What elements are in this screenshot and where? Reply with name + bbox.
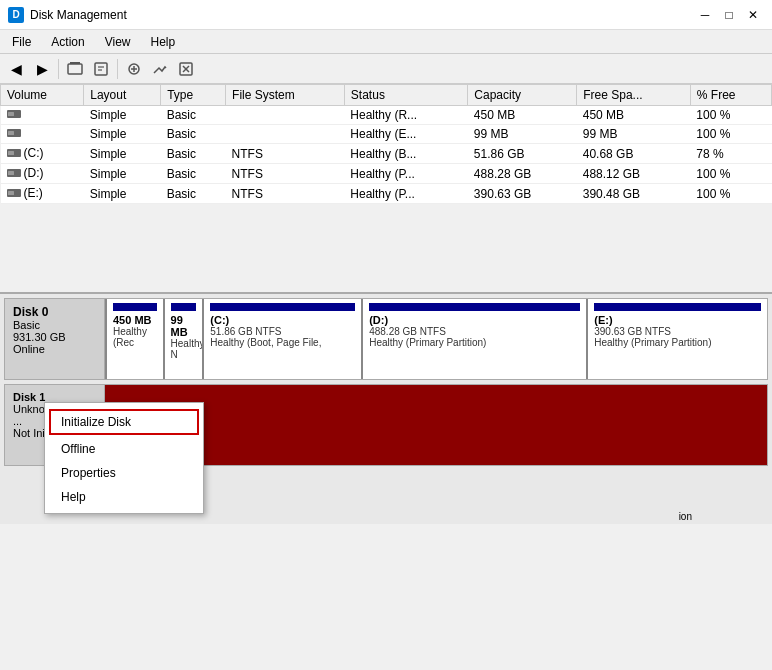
menu-file[interactable]: File <box>4 33 39 51</box>
cell-pct: 100 % <box>690 106 771 125</box>
table-row[interactable]: (C:) Simple Basic NTFS Healthy (B... 51.… <box>1 144 772 164</box>
disk0-part1-name: 99 MB <box>171 314 197 338</box>
col-filesystem: File System <box>226 85 345 106</box>
disk0-part0[interactable]: 450 MB Healthy (Rec <box>105 299 165 379</box>
close-button[interactable]: ✕ <box>742 4 764 26</box>
disk0-part4-name: (E:) <box>594 314 761 326</box>
toolbar-btn-2[interactable] <box>89 57 113 81</box>
context-menu-properties[interactable]: Properties <box>45 461 203 485</box>
svg-rect-0 <box>68 64 82 74</box>
disk1-name: Disk 1 <box>13 391 45 403</box>
disk0-part1-header <box>171 303 197 311</box>
volume-table: Volume Layout Type File System Status Ca… <box>0 84 772 204</box>
window-controls: ─ □ ✕ <box>694 4 764 26</box>
toolbar-btn-4[interactable] <box>148 57 172 81</box>
minimize-button[interactable]: ─ <box>694 4 716 26</box>
cell-layout: Simple <box>84 164 161 184</box>
cell-type: Basic <box>161 125 226 144</box>
toolbar-btn-3[interactable] <box>122 57 146 81</box>
disk0-part2-size: 51.86 GB NTFS <box>210 326 355 337</box>
disk0-size: 931.30 GB <box>13 331 66 343</box>
disk0-part0-detail: Healthy (Rec <box>113 326 157 348</box>
col-pct-free: % Free <box>690 85 771 106</box>
cell-status: Healthy (P... <box>344 164 468 184</box>
cell-free: 488.12 GB <box>577 164 691 184</box>
cell-fs <box>226 106 345 125</box>
cell-free: 40.68 GB <box>577 144 691 164</box>
disk0-part2-header <box>210 303 355 311</box>
disk0-partitions: 450 MB Healthy (Rec 99 MB Healthy N (C:)… <box>105 299 767 379</box>
toolbar: ◀ ▶ <box>0 54 772 84</box>
maximize-button[interactable]: □ <box>718 4 740 26</box>
toolbar-btn-5[interactable] <box>174 57 198 81</box>
col-capacity: Capacity <box>468 85 577 106</box>
drive-icon-wrapper: (D:) <box>7 166 44 180</box>
disk0-part3-size: 488.28 GB NTFS <box>369 326 580 337</box>
cell-volume: (C:) <box>1 144 84 164</box>
disk-area: Disk 0 Basic 931.30 GB Online 450 MB Hea… <box>0 294 772 524</box>
disk0-part3-status: Healthy (Primary Partition) <box>369 337 580 348</box>
context-menu-offline[interactable]: Offline <box>45 437 203 461</box>
table-row[interactable]: (E:) Simple Basic NTFS Healthy (P... 390… <box>1 184 772 204</box>
disk0-part4-header <box>594 303 761 311</box>
cell-capacity: 450 MB <box>468 106 577 125</box>
disk0-part3[interactable]: (D:) 488.28 GB NTFS Healthy (Primary Par… <box>363 299 588 379</box>
cell-volume <box>1 106 84 125</box>
cell-capacity: 99 MB <box>468 125 577 144</box>
toolbar-sep-1 <box>58 59 59 79</box>
table-row[interactable]: Simple Basic Healthy (E... 99 MB 99 MB 1… <box>1 125 772 144</box>
cell-pct: 100 % <box>690 164 771 184</box>
svg-rect-1 <box>70 62 80 64</box>
context-menu-help[interactable]: Help <box>45 485 203 509</box>
cell-type: Basic <box>161 106 226 125</box>
cell-pct: 78 % <box>690 144 771 164</box>
disk1-size: ... <box>13 415 22 427</box>
svg-rect-2 <box>95 63 107 75</box>
window-title: Disk Management <box>30 8 127 22</box>
cell-free: 450 MB <box>577 106 691 125</box>
table-row[interactable]: (D:) Simple Basic NTFS Healthy (P... 488… <box>1 164 772 184</box>
context-menu-initialize[interactable]: Initialize Disk <box>49 409 199 435</box>
drive-icon-wrapper <box>7 128 21 138</box>
menu-action[interactable]: Action <box>43 33 92 51</box>
disk0-part0-header <box>113 303 157 311</box>
disk0-part2-name: (C:) <box>210 314 355 326</box>
disk0-part4-status: Healthy (Primary Partition) <box>594 337 761 348</box>
cell-layout: Simple <box>84 144 161 164</box>
drive-icon-wrapper: (E:) <box>7 186 43 200</box>
cell-fs <box>226 125 345 144</box>
cell-pct: 100 % <box>690 125 771 144</box>
cell-fs: NTFS <box>226 184 345 204</box>
disk0-row: Disk 0 Basic 931.30 GB Online 450 MB Hea… <box>4 298 768 380</box>
cell-status: Healthy (E... <box>344 125 468 144</box>
svg-rect-16 <box>8 171 14 175</box>
table-row[interactable]: Simple Basic Healthy (R... 450 MB 450 MB… <box>1 106 772 125</box>
col-status: Status <box>344 85 468 106</box>
toolbar-forward[interactable]: ▶ <box>30 57 54 81</box>
menu-view[interactable]: View <box>97 33 139 51</box>
disk0-part3-header <box>369 303 580 311</box>
cell-type: Basic <box>161 184 226 204</box>
drive-icon-wrapper <box>7 109 21 119</box>
disk0-part2[interactable]: (C:) 51.86 GB NTFS Healthy (Boot, Page F… <box>204 299 363 379</box>
cell-type: Basic <box>161 164 226 184</box>
disk0-part1[interactable]: 99 MB Healthy N <box>165 299 205 379</box>
col-free: Free Spa... <box>577 85 691 106</box>
cell-capacity: 390.63 GB <box>468 184 577 204</box>
title-bar: D Disk Management ─ □ ✕ <box>0 0 772 30</box>
cell-free: 390.48 GB <box>577 184 691 204</box>
cell-status: Healthy (P... <box>344 184 468 204</box>
toolbar-btn-1[interactable] <box>63 57 87 81</box>
toolbar-back[interactable]: ◀ <box>4 57 28 81</box>
cell-type: Basic <box>161 144 226 164</box>
disk0-part4[interactable]: (E:) 390.63 GB NTFS Healthy (Primary Par… <box>588 299 767 379</box>
svg-rect-18 <box>8 191 14 195</box>
app-icon: D <box>8 7 24 23</box>
cell-layout: Simple <box>84 184 161 204</box>
menu-bar: File Action View Help <box>0 30 772 54</box>
menu-help[interactable]: Help <box>143 33 184 51</box>
svg-rect-10 <box>8 112 14 116</box>
cell-free: 99 MB <box>577 125 691 144</box>
disk1-body <box>105 385 767 465</box>
legend-item: ion <box>679 511 692 522</box>
